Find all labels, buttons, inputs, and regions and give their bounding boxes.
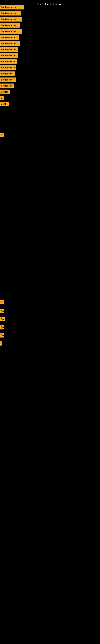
bottleneck-bar-1[interactable]: Bottleneck res	[0, 11, 21, 16]
bottleneck-bar-15[interactable]: B	[0, 96, 3, 100]
bottleneck-bar-2[interactable]: Bottleneck res	[0, 17, 22, 22]
bottleneck-bar-12[interactable]: Bottleneck r	[0, 78, 16, 82]
bottleneck-bar-7[interactable]: Bottleneck res	[0, 47, 18, 52]
bottleneck-bar-9[interactable]: Bottleneck re	[0, 59, 17, 64]
bottleneck-bar-18[interactable]: B	[0, 133, 4, 137]
bottleneck-bar-24[interactable]: Bot	[0, 317, 5, 322]
bottleneck-line-20	[0, 222, 0, 226]
bottleneck-bar-26[interactable]: Bott	[0, 333, 4, 338]
bottleneck-line-19	[0, 181, 0, 186]
bottleneck-bar-13[interactable]: Bottleneck	[0, 84, 14, 88]
bottleneck-bar-23[interactable]: Bo	[0, 309, 4, 313]
bottleneck-line-17	[0, 125, 0, 129]
bottleneck-bar-27[interactable]: B	[0, 341, 1, 346]
bottleneck-bar-0[interactable]: Bottleneck res	[0, 5, 24, 10]
bottleneck-bar-22[interactable]: B	[0, 300, 4, 304]
bottleneck-bar-6[interactable]: Bottleneck res	[0, 41, 20, 46]
bottleneck-bar-4[interactable]: Bottleneck res	[0, 29, 22, 34]
bottleneck-bar-10[interactable]: Bottleneck re	[0, 66, 16, 70]
bottleneck-bar-8[interactable]: Bottleneck re	[0, 53, 18, 58]
bottleneck-bar-16[interactable]: Bottl	[0, 102, 9, 106]
bottleneck-line-21	[0, 260, 0, 264]
bottleneck-bar-11[interactable]: Bottleneck	[0, 72, 15, 76]
bottleneck-bar-5[interactable]: Bottleneck re	[0, 35, 19, 40]
bottleneck-bar-14[interactable]: Bottler	[0, 90, 10, 94]
bottleneck-bar-3[interactable]: Bottleneck res	[0, 23, 20, 28]
bottleneck-bar-25[interactable]: Bot	[0, 325, 4, 330]
